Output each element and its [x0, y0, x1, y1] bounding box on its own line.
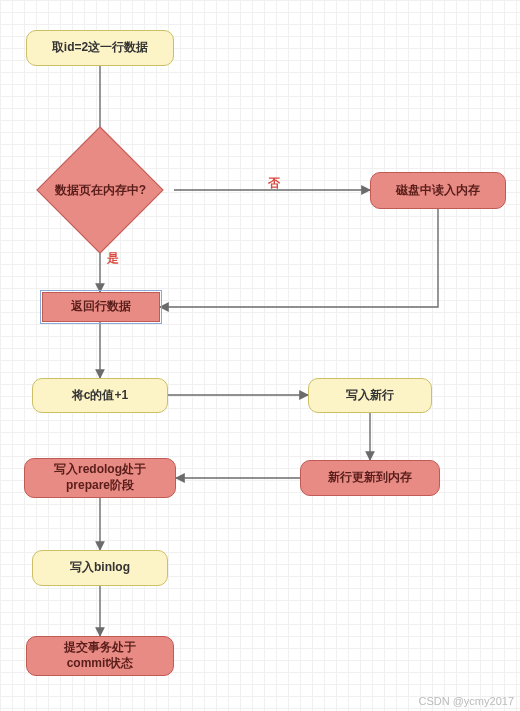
node-start-label: 取id=2这一行数据 — [52, 40, 148, 56]
edge-label-no: 否 — [268, 175, 280, 192]
node-write-new: 写入新行 — [308, 378, 432, 413]
node-return-row-label: 返回行数据 — [71, 299, 131, 315]
node-write-new-label: 写入新行 — [346, 388, 394, 404]
node-binlog-label: 写入binlog — [70, 560, 130, 576]
node-update-mem-label: 新行更新到内存 — [328, 470, 412, 486]
node-start: 取id=2这一行数据 — [26, 30, 174, 66]
node-inc-c: 将c的值+1 — [32, 378, 168, 413]
node-inc-c-label: 将c的值+1 — [72, 388, 128, 404]
node-disk-read-label: 磁盘中读入内存 — [396, 183, 480, 199]
edge-label-yes: 是 — [107, 250, 119, 267]
node-disk-read: 磁盘中读入内存 — [370, 172, 506, 209]
node-binlog: 写入binlog — [32, 550, 168, 586]
node-return-row: 返回行数据 — [42, 292, 160, 322]
node-commit: 提交事务处于 commit状态 — [26, 636, 174, 676]
node-decision-label: 数据页在内存中? — [55, 182, 146, 199]
node-redolog: 写入redolog处于 prepare阶段 — [24, 458, 176, 498]
flow-arrows — [0, 0, 520, 711]
node-update-mem: 新行更新到内存 — [300, 460, 440, 496]
node-redolog-label: 写入redolog处于 prepare阶段 — [54, 462, 146, 493]
node-commit-label: 提交事务处于 commit状态 — [64, 640, 136, 671]
watermark: CSDN @ycmy2017 — [418, 695, 514, 707]
